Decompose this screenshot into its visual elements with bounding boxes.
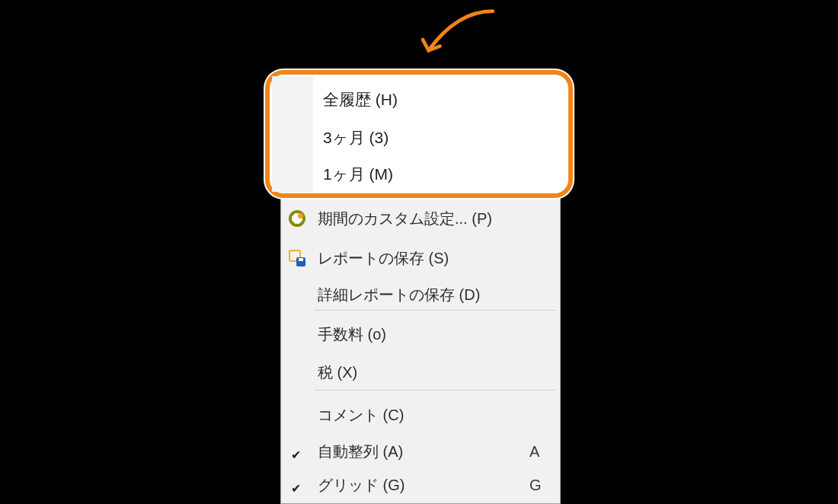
menu-item-custom-period[interactable]: 期間のカスタム設定... (P) [281,202,560,235]
clock-gear-icon [281,210,313,227]
check-icon [281,445,313,458]
menu-item-label: 自動整列 (A) [313,442,529,462]
annotation-highlight-box: 全履歴 (H) 3ヶ月 (3) 1ヶ月 (M) [265,70,573,198]
menu-item-save-detailed-report[interactable]: 詳細レポートの保存 (D) [281,278,560,311]
menu-item-tax[interactable]: 税 (X) [281,356,560,389]
check-icon [281,479,313,491]
menu-item-comment[interactable]: コメント (C) [281,398,560,432]
menu-item-label: 詳細レポートの保存 (D) [313,285,529,305]
annotation-arrow [411,8,503,65]
menu-item-label: 手数料 (o) [313,324,529,345]
menu-item-auto-arrange[interactable]: 自動整列 (A) A [281,435,560,468]
menu-separator [315,390,555,391]
menu-item-label: 税 (X) [313,362,529,383]
menu-item-grid[interactable]: グリッド (G) G [281,468,560,502]
menu-item-label: コメント (C) [313,405,529,426]
highlight-item-1-month: 1ヶ月 (M) [323,166,393,182]
menu-item-label: グリッド (G) [313,475,529,496]
menu-item-fees[interactable]: 手数料 (o) [281,317,560,351]
save-icon [281,250,313,266]
menu-item-shortcut: G [529,477,560,494]
menu-item-save-report[interactable]: レポートの保存 (S) [281,241,560,275]
highlight-item-all-history: 全履歴 (H) [323,91,398,107]
highlight-icon-column [272,76,313,192]
menu-item-label: レポートの保存 (S) [313,248,529,269]
highlight-item-3-months: 3ヶ月 (3) [323,129,389,145]
menu-item-label: 期間のカスタム設定... (P) [313,209,529,229]
menu-item-shortcut: A [529,443,560,461]
